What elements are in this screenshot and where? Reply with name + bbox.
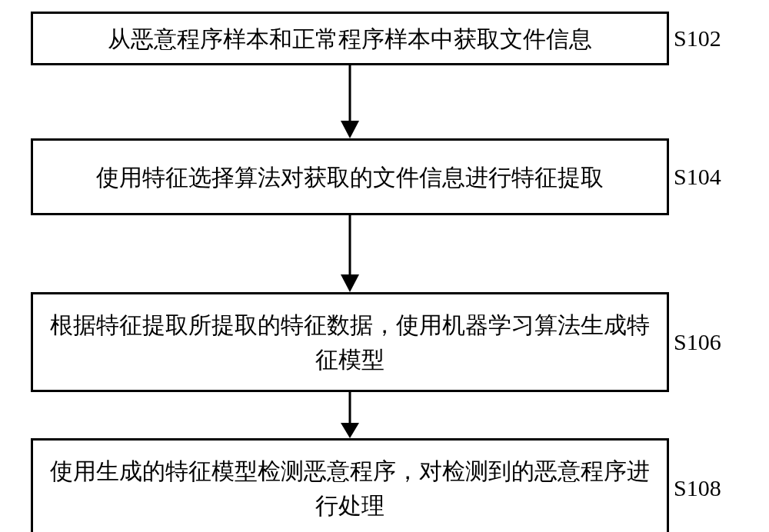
step-box-3: 根据特征提取所提取的特征数据，使用机器学习算法生成特征模型 xyxy=(31,292,669,392)
step-text-3: 根据特征提取所提取的特征数据，使用机器学习算法生成特征模型 xyxy=(41,308,659,377)
step-text-4: 使用生成的特征模型检测恶意程序，对检测到的恶意程序进行处理 xyxy=(41,454,659,523)
arrow-3 xyxy=(31,392,669,438)
step-box-4: 使用生成的特征模型检测恶意程序，对检测到的恶意程序进行处理 xyxy=(31,438,669,532)
step-box-2: 使用特征选择算法对获取的文件信息进行特征提取 xyxy=(31,138,669,215)
down-arrow-icon xyxy=(335,215,365,292)
step-text-2: 使用特征选择算法对获取的文件信息进行特征提取 xyxy=(96,160,604,195)
svg-marker-3 xyxy=(341,274,359,292)
svg-marker-1 xyxy=(341,121,359,138)
step-row-3: 根据特征提取所提取的特征数据，使用机器学习算法生成特征模型 S106 xyxy=(0,292,769,392)
step-label-2: S104 xyxy=(674,164,721,190)
step-row-1: 从恶意程序样本和正常程序样本中获取文件信息 S102 xyxy=(0,12,769,65)
down-arrow-icon xyxy=(335,65,365,138)
step-text-1: 从恶意程序样本和正常程序样本中获取文件信息 xyxy=(108,22,592,56)
svg-marker-5 xyxy=(341,423,359,438)
step-box-1: 从恶意程序样本和正常程序样本中获取文件信息 xyxy=(31,12,669,65)
step-label-3: S106 xyxy=(674,329,721,355)
down-arrow-icon xyxy=(335,392,365,438)
step-label-1: S102 xyxy=(674,25,721,52)
step-row-2: 使用特征选择算法对获取的文件信息进行特征提取 S104 xyxy=(0,138,769,215)
arrow-1 xyxy=(31,65,669,138)
step-label-4: S108 xyxy=(674,475,721,501)
flowchart-container: 从恶意程序样本和正常程序样本中获取文件信息 S102 使用特征选择算法对获取的文… xyxy=(0,0,769,532)
arrow-2 xyxy=(31,215,669,292)
step-row-4: 使用生成的特征模型检测恶意程序，对检测到的恶意程序进行处理 S108 xyxy=(0,438,769,532)
